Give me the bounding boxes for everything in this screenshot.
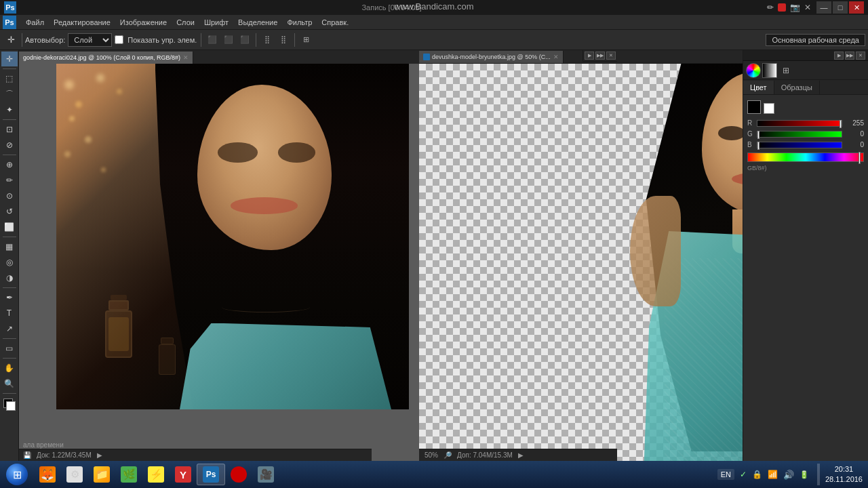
tab-left-doc[interactable]: godnie-dekoraci024.jpg @ 100% (Слой 0 ко…: [19, 52, 193, 64]
tool-pen[interactable]: ✒: [1, 290, 18, 305]
menu-file[interactable]: Файл: [22, 17, 48, 28]
zoom-indicator[interactable]: 🔎: [443, 451, 452, 459]
panel-collapse-btn1[interactable]: ▶: [585, 52, 594, 60]
taskbar-app8[interactable]: 🎥: [252, 464, 279, 485]
swatches-tab[interactable]: Образцы: [774, 81, 820, 94]
tool-history[interactable]: ↺: [1, 204, 18, 219]
tool-path-select[interactable]: ↗: [1, 321, 18, 336]
tool-sep5: [3, 287, 16, 288]
align-right-icon[interactable]: ⬛: [238, 33, 252, 47]
swatches-icon[interactable]: ⊞: [778, 63, 793, 78]
color-wheel-icon[interactable]: [746, 63, 761, 78]
align-center-icon[interactable]: ⬛: [222, 33, 235, 47]
minimize-btn[interactable]: —: [816, 1, 831, 14]
panel-ctrl-1[interactable]: ▶: [834, 52, 844, 60]
tool-marquee[interactable]: ⬚: [1, 71, 18, 86]
taskbar-firefox[interactable]: 🦊: [34, 464, 61, 485]
tool-gradient[interactable]: ▦: [1, 239, 18, 254]
menu-edit[interactable]: Редактирование: [50, 17, 115, 28]
menu-select[interactable]: Выделение: [234, 17, 281, 28]
status-arrow-right[interactable]: ▶: [518, 451, 524, 459]
taskbar-record[interactable]: [225, 464, 252, 485]
taskbar-photoshop[interactable]: Ps: [197, 464, 225, 485]
volume-icon[interactable]: 🔊: [783, 470, 794, 480]
gb-label: GB/8#): [747, 165, 864, 171]
tool-sep3: [3, 155, 16, 155]
panel-ctrl-3[interactable]: ✕: [856, 52, 865, 60]
dist-v-icon[interactable]: ⣿: [277, 33, 290, 47]
tool-sep2: [3, 119, 16, 120]
right-doc-tab[interactable]: devushka-model-bryunetka.jpg @ 50% (С...…: [419, 51, 564, 63]
show-desktop-btn[interactable]: [817, 464, 820, 485]
tool-eyedropper[interactable]: ⊘: [1, 138, 18, 152]
tool-dodge[interactable]: ◑: [1, 270, 18, 285]
tool-zoom[interactable]: 🔍: [1, 376, 18, 391]
panel-collapse-btn2[interactable]: ▶▶: [595, 52, 605, 60]
tool-text[interactable]: T: [1, 306, 18, 321]
fg-color-swatch[interactable]: [747, 100, 761, 114]
tool-eraser[interactable]: ⬜: [1, 220, 18, 235]
bg-color-swatch[interactable]: [764, 103, 774, 114]
tool-heal[interactable]: ⊕: [1, 157, 18, 172]
close-rec-btn[interactable]: ✕: [804, 3, 811, 12]
tool-sep7: [3, 358, 16, 359]
fg-bg-color[interactable]: [2, 397, 17, 412]
menu-layers[interactable]: Слои: [172, 17, 199, 28]
menu-image[interactable]: Изображение: [116, 17, 171, 28]
taskbar: ⊞ 🦊 ⚙ 📁 🌿 ⚡ Y Ps: [0, 461, 868, 488]
lang-indicator[interactable]: EN: [717, 469, 734, 480]
tool-brush[interactable]: ✏: [1, 173, 18, 188]
arrange-icon[interactable]: ⊞: [299, 33, 313, 47]
layer-select[interactable]: Слой Группа: [68, 33, 112, 47]
taskbar-explorer[interactable]: 📁: [88, 464, 115, 485]
align-left-icon[interactable]: ⬛: [205, 33, 219, 47]
clock-display: 20:31 28.11.2016: [825, 464, 863, 485]
menu-help[interactable]: Справк.: [317, 17, 353, 28]
taskbar-app2[interactable]: ⚙: [61, 464, 88, 485]
tool-move[interactable]: ✛: [1, 52, 18, 66]
stop-rec-btn[interactable]: [778, 3, 786, 12]
tool-magic-wand[interactable]: ✦: [1, 102, 18, 117]
tool-clone[interactable]: ⊙: [1, 188, 18, 203]
pencil-icon[interactable]: ✏: [767, 3, 774, 12]
right-window-tabs: devushka-model-bryunetka.jpg @ 50% (С...…: [419, 50, 743, 64]
dist-h-icon[interactable]: ⣿: [260, 33, 274, 47]
tool-lasso[interactable]: ⌒: [1, 87, 18, 102]
record-status: Запись [00:04:05]: [16, 3, 767, 12]
save-icon[interactable]: 💾: [23, 451, 31, 459]
taskbar-app4[interactable]: 🌿: [115, 464, 142, 485]
show-controls-checkbox[interactable]: [115, 35, 123, 44]
tab-left-close[interactable]: ✕: [183, 54, 189, 61]
tool-sep4: [3, 237, 16, 237]
color-tab[interactable]: Цвет: [743, 81, 774, 94]
gradient-map-icon[interactable]: [762, 63, 777, 78]
menu-filter[interactable]: Фильтр: [283, 17, 316, 28]
panel-ctrl-2[interactable]: ▶▶: [845, 52, 854, 60]
doc-size-label: Док: 1.22М/3.45М: [37, 451, 92, 459]
tool-sep8: [3, 393, 16, 394]
menu-font[interactable]: Шрифт: [200, 17, 233, 28]
g-slider[interactable]: [757, 131, 842, 138]
check-icon: ✓: [740, 470, 747, 479]
color-spectrum-bar[interactable]: [747, 152, 864, 162]
menubar: Ps Файл Редактирование Изображение Слои …: [0, 15, 868, 30]
taskbar-app6[interactable]: Y: [170, 464, 197, 485]
close-btn[interactable]: ✕: [849, 1, 864, 14]
move-tool-icon[interactable]: ✛: [3, 32, 19, 48]
tool-blur[interactable]: ◎: [1, 255, 18, 270]
panel-collapse-btn3[interactable]: ✕: [606, 52, 616, 60]
start-button[interactable]: ⊞: [0, 461, 34, 488]
camera-icon[interactable]: 📷: [790, 3, 800, 12]
status-arrow[interactable]: ▶: [97, 451, 102, 459]
titlebar: Ps Запись [00:04:05] ✏ 📷 ✕ — □ ✕: [0, 0, 868, 15]
g-value: 0: [845, 130, 864, 138]
tool-crop[interactable]: ⊡: [1, 122, 18, 137]
b-slider[interactable]: [757, 142, 842, 148]
taskbar-app5[interactable]: ⚡: [142, 464, 170, 485]
zoom-label: 50%: [425, 451, 438, 459]
tool-hand[interactable]: ✋: [1, 361, 18, 375]
tool-sep6: [3, 338, 16, 339]
r-slider[interactable]: [757, 120, 842, 127]
maximize-btn[interactable]: □: [833, 1, 848, 14]
tool-shape[interactable]: ▭: [1, 341, 18, 356]
